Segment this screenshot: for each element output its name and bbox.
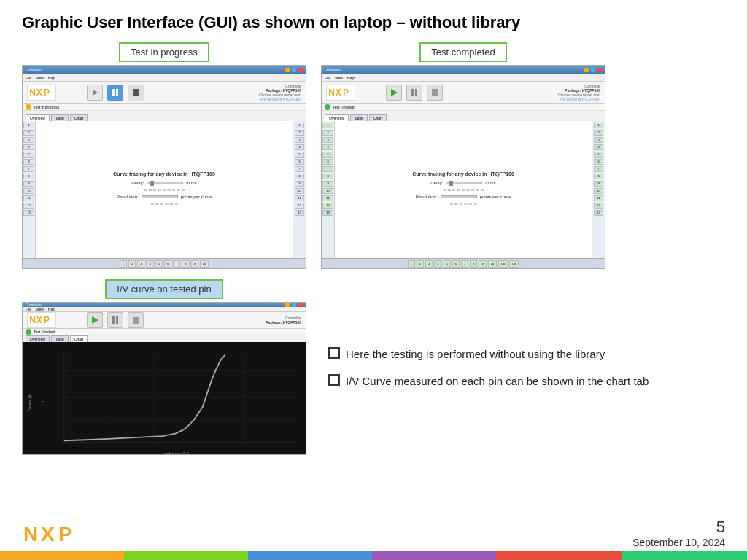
tab-table-1[interactable]: Table [51, 114, 69, 121]
screenshot-frame-in-progress: Frontview File View Help [22, 65, 306, 269]
gui-tabs-1: Overview Table Chart [23, 111, 306, 121]
gui-sim-iv-curve: Frontview File View Help [23, 303, 306, 454]
svg-text:X: X [36, 88, 42, 98]
nxp-logo-svg-2: N X P [328, 86, 354, 99]
footer-seg-red [496, 551, 622, 560]
bottom-btn[interactable]: 7 [173, 260, 180, 268]
svg-text:N: N [29, 88, 36, 98]
tab-table-2[interactable]: Table [350, 114, 368, 121]
stop-btn-2[interactable] [427, 85, 443, 101]
sidebar-cell-r-done: 10 [594, 188, 603, 194]
bottom-btn-done[interactable]: 7 [461, 260, 468, 268]
bottom-btn[interactable]: 6 [164, 260, 171, 268]
tab-overview-3[interactable]: Overview [26, 335, 50, 342]
sidebar-cell-r: 7 [295, 166, 304, 172]
bullet-text-2: I/V Curve measured on each pin can be sh… [346, 373, 649, 389]
tab-table-3[interactable]: Table [51, 335, 69, 342]
resolution-slider-1[interactable] [142, 195, 178, 198]
play-icon-2 [391, 89, 398, 96]
sidebar-cell-done: 9 [322, 181, 333, 187]
sidebar-cell-done: 13 [322, 210, 333, 216]
svg-text:X: X [36, 316, 42, 326]
gui-toolbar-2: N X P [322, 82, 605, 104]
checkbox-icon-1 [328, 347, 340, 359]
tab-chart-2[interactable]: Chart [369, 114, 387, 121]
sidebar-cell: 3 [23, 137, 34, 143]
delay-row-1: Delay: in ms [131, 181, 196, 185]
pause-btn-1[interactable] [107, 85, 123, 101]
bottom-btn-done[interactable]: 2 [417, 260, 424, 268]
screenshot-frame-iv-curve: Frontview File View Help [22, 302, 306, 455]
bottom-btn[interactable]: 1 [120, 260, 127, 268]
bottom-btn[interactable]: 3 [137, 260, 144, 268]
bottom-btn-done[interactable]: 5 [444, 260, 451, 268]
sidebar-cell: 5 [23, 152, 34, 158]
bottom-btn-done[interactable]: 4 [434, 260, 441, 268]
play-icon-3 [92, 316, 98, 324]
maximize-icon [292, 68, 296, 72]
bottom-btn-done[interactable]: 10 [488, 260, 497, 268]
footer-seg-blue [248, 551, 372, 560]
stop-btn-3[interactable] [128, 312, 144, 328]
sidebar-cell-done: 5 [322, 152, 333, 158]
bottom-btn[interactable]: 4 [146, 260, 153, 268]
maximize-icon-2 [591, 68, 595, 72]
bottom-btn-done[interactable]: 8 [470, 260, 477, 268]
sidebar-cell-r: 6 [295, 159, 304, 165]
bottom-btn-done[interactable]: 3 [425, 260, 433, 268]
delay-slider-1[interactable] [147, 182, 183, 184]
page-date: September 10, 2024 [632, 537, 725, 548]
resolution-slider-2[interactable] [441, 195, 477, 198]
bottom-btn-done[interactable]: 6 [452, 260, 460, 268]
sidebar-cell-r-done: 5 [594, 152, 603, 158]
gui-toolbar-3: N X P [23, 312, 306, 329]
tab-overview-1[interactable]: Overview [26, 114, 50, 121]
bottom-btn[interactable]: 8 [182, 260, 189, 268]
gui-bottom-bar-2: 1 2 3 4 5 6 7 8 9 10 Ok Ok [322, 258, 605, 268]
svg-text:P: P [343, 88, 349, 98]
sidebar-cell-r-done: 9 [594, 181, 603, 187]
bottom-btn[interactable]: 2 [128, 260, 136, 268]
curve-title-1: Curve tracing for any device in HTQFP100 [113, 171, 215, 176]
gui-main-content-2: 1 2 3 4 5 6 7 8 9 10 11 12 13 [322, 121, 605, 258]
pause-btn-2[interactable] [406, 85, 422, 101]
play-btn-3[interactable] [87, 312, 103, 328]
play-icon-1 [93, 90, 98, 96]
sidebar-cell-r: 3 [295, 137, 304, 143]
sidebar-cell: 4 [23, 144, 34, 150]
sidebar-cell-r: 1 [295, 122, 304, 128]
resolution-row-2: Resolution: points per curve [416, 195, 511, 199]
gui-tabs-3: Overview Table Chart [23, 335, 306, 342]
svg-text:P: P [58, 523, 72, 545]
gui-center-1: Curve tracing for any device in HTQFP100… [36, 121, 293, 258]
tab-overview-2[interactable]: Overview [325, 114, 349, 121]
bottom-btn-done[interactable]: Ok [498, 260, 508, 268]
sidebar-cell-r-done: 6 [594, 159, 603, 165]
gui-status-bar-1: Test in progress [23, 104, 306, 111]
delay-slider-2[interactable] [446, 182, 482, 184]
sidebar-cell: 11 [23, 195, 34, 201]
play-btn-1[interactable] [87, 85, 103, 101]
tab-chart-3[interactable]: Chart [70, 335, 88, 342]
play-btn-2[interactable] [386, 85, 402, 101]
sidebar-cell-r-done: 13 [594, 210, 603, 216]
stop-icon-1 [133, 89, 139, 96]
tab-chart-1[interactable]: Chart [70, 114, 88, 121]
sidebar-cell-done: 6 [322, 159, 333, 165]
bottom-btn[interactable]: 9 [191, 260, 198, 268]
sidebar-cell-r: 5 [295, 152, 304, 158]
pause-icon-1 [112, 89, 118, 96]
bottom-btn[interactable]: 10 [200, 260, 209, 268]
bottom-btn-done[interactable]: 1 [408, 260, 415, 268]
sidebar-cell-done: 8 [322, 174, 333, 179]
stop-btn-1[interactable] [128, 85, 144, 101]
bottom-btn-done[interactable]: Ok [509, 260, 519, 268]
bottom-btn[interactable]: 5 [155, 260, 163, 268]
sidebar-cell-r-done: 4 [594, 144, 603, 150]
gui-titlebar-1: Frontview [23, 66, 306, 74]
pause-btn-3[interactable] [107, 312, 123, 328]
sidebar-cell-r: 13 [295, 210, 304, 216]
bottom-btn-done[interactable]: 9 [479, 260, 486, 268]
sidebar-cell-r-done: 1 [594, 122, 603, 128]
minimize-icon-2 [584, 68, 589, 72]
